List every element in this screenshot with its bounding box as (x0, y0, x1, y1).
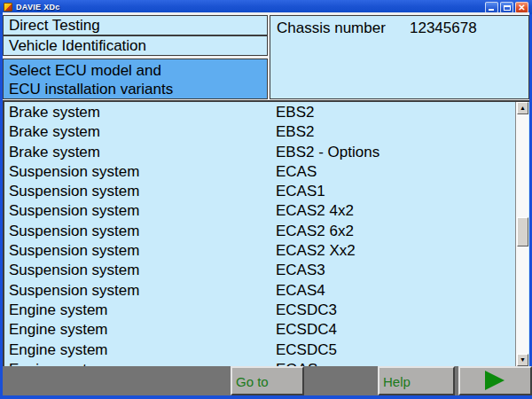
chassis-panel: Chassis number 12345678 (270, 15, 529, 99)
ecu-list-row[interactable]: Engine system ECSDC4 (4, 320, 514, 340)
row-system: Suspension system (9, 201, 139, 221)
row-system: Suspension system (9, 222, 139, 241)
header-region: Direct Testing Vehicle Identification Se… (3, 12, 529, 100)
ecu-list-row[interactable]: Engine system ECSDC3 (4, 301, 514, 320)
ecu-list-row[interactable]: Engine system ECSDC5 (4, 340, 514, 360)
row-system: Suspension system (9, 182, 139, 201)
app-icon (4, 3, 12, 12)
row-model: ECSDC4 (276, 320, 337, 340)
row-model: EBS2 (276, 103, 314, 122)
row-system: Brake system (9, 143, 100, 162)
row-model: ECAS2 Xx2 (276, 241, 356, 261)
row-system: Suspension system (9, 281, 139, 301)
nav-item-vehicle-identification[interactable]: Vehicle Identification (3, 35, 268, 56)
maximize-icon (504, 5, 511, 11)
row-system: Engine system (9, 340, 108, 360)
ecu-list-row[interactable]: Suspension system ECAS (4, 162, 514, 182)
chassis-number-value: 12345678 (410, 20, 477, 37)
nav-item-direct-testing[interactable]: Direct Testing (3, 15, 268, 35)
minimize-icon (489, 9, 494, 11)
ecu-list-row[interactable]: Suspension system ECAS4 (4, 281, 514, 301)
app-window: DAVIE XDc ✕ Direct Testing Vehicle Ident… (0, 0, 532, 399)
row-system: Suspension system (9, 162, 139, 182)
ecu-list-row[interactable]: Suspension system ECAS2 6x2 (4, 222, 514, 241)
row-system: Brake system (9, 122, 100, 142)
ecu-list-row[interactable]: Brake system EBS2 (4, 122, 514, 142)
row-model: ECSDC5 (276, 340, 337, 360)
row-model: EBS2 (276, 122, 314, 142)
row-model: ECAS2 6x2 (276, 222, 354, 241)
ecu-list-row[interactable]: Brake system EBS2 (4, 103, 514, 122)
help-button[interactable]: Help (378, 366, 455, 395)
window-title: DAVIE XDc (16, 3, 60, 12)
scroll-down-button[interactable]: ▼ (517, 354, 528, 366)
scrollbar-thumb[interactable] (517, 217, 528, 246)
row-system: Engine system (9, 360, 108, 366)
ecu-list-row[interactable]: Suspension system ECAS3 (4, 261, 514, 280)
ecu-list-row[interactable]: Suspension system ECAS2 Xx2 (4, 241, 514, 261)
footer-bar: Go to Help (3, 366, 529, 395)
row-system: Suspension system (9, 261, 139, 280)
row-model: EGAS (276, 360, 317, 366)
nav-item-select-ecu[interactable]: Select ECU model and ECU installation va… (3, 59, 268, 99)
row-model: ECSDC3 (276, 301, 337, 320)
row-model: ECAS (276, 162, 317, 182)
row-system: Engine system (9, 301, 108, 320)
ecu-list-row[interactable]: Engine system EGAS (4, 360, 514, 366)
continue-button[interactable] (458, 366, 532, 395)
goto-button[interactable]: Go to (231, 366, 304, 395)
row-system: Brake system (9, 103, 100, 122)
row-model: ECAS2 4x2 (276, 201, 354, 221)
green-right-arrow-icon (485, 371, 505, 390)
vertical-scrollbar[interactable]: ▲ ▼ (515, 102, 528, 366)
ecu-list-row[interactable]: Suspension system ECAS1 (4, 182, 514, 201)
ecu-list-row[interactable]: Suspension system ECAS2 4x2 (4, 201, 514, 221)
ecu-list: Brake system EBS2 Brake system EBS2 Brak… (3, 100, 529, 366)
ecu-list-row[interactable]: Brake system EBS2 - Options (4, 143, 514, 162)
row-system: Engine system (9, 320, 108, 340)
chassis-number-label: Chassis number (277, 20, 386, 37)
row-model: ECAS4 (276, 281, 325, 301)
close-icon: ✕ (518, 3, 525, 12)
select-ecu-line2: ECU installation variants (9, 80, 267, 98)
row-model: ECAS3 (276, 261, 325, 280)
select-ecu-line1: Select ECU model and (9, 61, 267, 80)
row-model: EBS2 - Options (276, 143, 379, 162)
row-model: ECAS1 (276, 182, 325, 201)
row-system: Suspension system (9, 241, 139, 261)
ecu-rows: Brake system EBS2 Brake system EBS2 Brak… (4, 103, 514, 366)
scroll-up-button[interactable]: ▲ (517, 102, 528, 114)
